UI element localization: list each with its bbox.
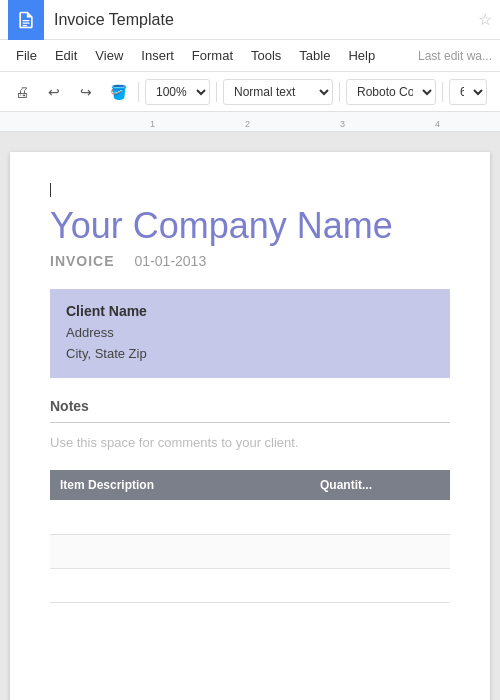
toolbar-separator-3 (339, 82, 340, 102)
document-title: Invoice Template (54, 11, 472, 29)
menu-help[interactable]: Help (340, 44, 383, 67)
table-body (50, 500, 450, 602)
paint-format-button[interactable]: 🪣 (104, 78, 132, 106)
redo-button[interactable]: ↪ (72, 78, 100, 106)
menu-insert[interactable]: Insert (133, 44, 182, 67)
menu-bar: File Edit View Insert Format Tools Table… (0, 40, 500, 72)
notes-placeholder[interactable]: Use this space for comments to your clie… (50, 435, 450, 450)
invoice-label: INVOICE (50, 253, 115, 269)
document-area: Your Company Name INVOICE 01-01-2013 Cli… (0, 132, 500, 700)
menu-tools[interactable]: Tools (243, 44, 289, 67)
invoice-table: Item Description Quantit... (50, 470, 450, 603)
ruler-mark-4: 4 (435, 119, 440, 129)
company-name[interactable]: Your Company Name (50, 205, 450, 247)
table-cell-qty-2[interactable] (310, 534, 450, 568)
ruler: 1 2 3 4 (0, 112, 500, 132)
toolbar: 🖨 ↩ ↪ 🪣 100% Normal text Roboto Co... 6 (0, 72, 500, 112)
menu-file[interactable]: File (8, 44, 45, 67)
client-address: Address City, State Zip (66, 323, 434, 365)
menu-edit[interactable]: Edit (47, 44, 85, 67)
print-button[interactable]: 🖨 (8, 78, 36, 106)
ruler-mark-3: 3 (340, 119, 345, 129)
menu-view[interactable]: View (87, 44, 131, 67)
table-header-description: Item Description (50, 470, 310, 500)
zoom-select[interactable]: 100% (145, 79, 210, 105)
star-icon[interactable]: ☆ (478, 10, 492, 29)
table-row (50, 568, 450, 602)
table-cell-qty-1[interactable] (310, 500, 450, 534)
table-row (50, 534, 450, 568)
table-header-quantity: Quantit... (310, 470, 450, 500)
client-box: Client Name Address City, State Zip (50, 289, 450, 379)
doc-page: Your Company Name INVOICE 01-01-2013 Cli… (10, 152, 490, 700)
table-cell-desc-1[interactable] (50, 500, 310, 534)
font-select[interactable]: Roboto Co... (346, 79, 436, 105)
client-name[interactable]: Client Name (66, 303, 434, 319)
client-address-line1[interactable]: Address (66, 323, 434, 344)
undo-button[interactable]: ↩ (40, 78, 68, 106)
table-cell-desc-3[interactable] (50, 568, 310, 602)
invoice-date[interactable]: 01-01-2013 (135, 253, 207, 269)
table-cell-desc-2[interactable] (50, 534, 310, 568)
table-row (50, 500, 450, 534)
toolbar-separator-4 (442, 82, 443, 102)
menu-format[interactable]: Format (184, 44, 241, 67)
title-bar: Invoice Template ☆ (0, 0, 500, 40)
table-cell-qty-3[interactable] (310, 568, 450, 602)
client-city-state[interactable]: City, State Zip (66, 344, 434, 365)
toolbar-separator-1 (138, 82, 139, 102)
invoice-line: INVOICE 01-01-2013 (50, 253, 450, 269)
font-size-select[interactable]: 6 (449, 79, 487, 105)
toolbar-separator-2 (216, 82, 217, 102)
ruler-mark-1: 1 (150, 119, 155, 129)
menu-table[interactable]: Table (291, 44, 338, 67)
ruler-mark-2: 2 (245, 119, 250, 129)
notes-divider (50, 422, 450, 423)
table-header: Item Description Quantit... (50, 470, 450, 500)
notes-label: Notes (50, 398, 450, 414)
last-edit-label: Last edit wa... (418, 49, 492, 63)
text-cursor (50, 182, 450, 201)
style-select[interactable]: Normal text (223, 79, 333, 105)
app-icon (8, 0, 44, 40)
